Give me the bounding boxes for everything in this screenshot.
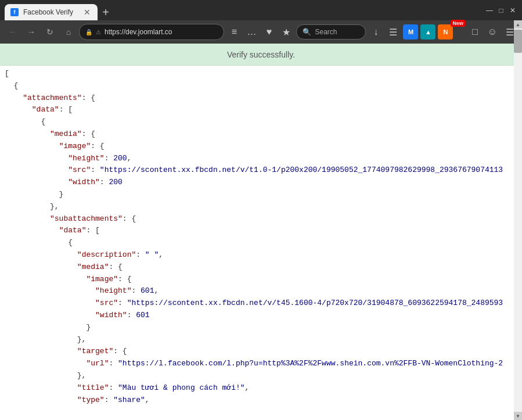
verify-message: Verify successfully. xyxy=(227,50,295,59)
new-badge: New xyxy=(451,20,465,27)
close-button[interactable]: ✕ xyxy=(508,6,517,15)
scroll-up-button[interactable]: ▲ xyxy=(514,20,522,28)
json-line: "width": 200 xyxy=(5,177,522,189)
tab-close-button[interactable]: ✕ xyxy=(82,8,92,17)
json-line: "type": "share", xyxy=(5,394,522,407)
json-line: "width": 601 xyxy=(5,310,522,322)
json-line: [ xyxy=(5,68,522,80)
extension-icon-teal[interactable]: ▲ xyxy=(420,24,435,40)
bookmark-icon[interactable]: ★ xyxy=(279,24,294,40)
json-line: "image": { xyxy=(5,274,522,286)
json-line: "data": [ xyxy=(5,104,522,116)
scrollbar[interactable]: ▲ ▼ xyxy=(514,20,522,420)
verify-banner: Verify successfully. xyxy=(0,44,522,66)
json-line: }, xyxy=(5,201,522,213)
download-icon[interactable]: ↓ xyxy=(368,24,383,40)
json-line: "description": " ", xyxy=(5,249,522,261)
minimize-button[interactable]: — xyxy=(485,6,494,15)
address-lock-icon: 🔒 xyxy=(85,29,92,35)
search-icon: 🔍 xyxy=(303,28,311,36)
new-tab-button[interactable]: + xyxy=(98,4,114,20)
tab-label: Facebook Verify xyxy=(23,8,73,16)
json-line: "media": { xyxy=(5,128,522,141)
json-line: "src": "https://scontent.xx.fbcdn.net/v/… xyxy=(5,297,522,310)
maximize-button[interactable]: □ xyxy=(496,6,506,15)
extension-icon-blue[interactable]: M xyxy=(403,24,418,40)
json-line: { xyxy=(5,80,522,92)
pocket-icon[interactable]: ♥ xyxy=(261,24,276,40)
search-box[interactable]: 🔍 Search xyxy=(296,24,366,40)
forward-button[interactable]: → xyxy=(23,24,39,40)
json-line: "image": { xyxy=(5,141,522,153)
address-bar[interactable]: 🔒 ⚠ https://dev.joomlart.co xyxy=(79,24,224,40)
browser-window: f Facebook Verify ✕ + — □ ✕ ← → ↻ ⌂ 🔒 ⚠ … xyxy=(0,0,522,420)
title-bar: f Facebook Verify ✕ + — □ ✕ xyxy=(0,0,522,20)
back-button[interactable]: ← xyxy=(5,24,21,40)
more-actions-icon[interactable]: … xyxy=(244,24,259,40)
nav-bar: ← → ↻ ⌂ 🔒 ⚠ https://dev.joomlart.co ≡ … … xyxy=(0,20,522,44)
json-line: } xyxy=(5,322,522,334)
extension-icon-orange[interactable]: N xyxy=(438,24,453,40)
json-line: "url": "https://l.facebook.com/l.php?u=h… xyxy=(5,358,522,370)
json-line: }, xyxy=(5,334,522,346)
home-button[interactable]: ⌂ xyxy=(60,24,77,40)
json-line: { xyxy=(5,116,522,128)
tab-favicon: f xyxy=(10,8,19,16)
tab-area: f Facebook Verify ✕ + xyxy=(5,0,480,20)
scroll-down-button[interactable]: ▼ xyxy=(514,412,522,420)
firefox-account-icon[interactable]: ☺ xyxy=(485,24,500,40)
address-shield-icon: ⚠ xyxy=(96,29,101,35)
json-content-area[interactable]: [ { "attachments": { "data": [ { "media"… xyxy=(0,66,522,411)
json-line: { xyxy=(5,237,522,249)
active-tab[interactable]: f Facebook Verify ✕ xyxy=(5,4,98,20)
toolbar-right: ≡ … ♥ ★ 🔍 Search ↓ ☰ M ▲ N New □ xyxy=(226,24,517,40)
synced-tabs-icon[interactable]: □ xyxy=(467,24,483,40)
refresh-button[interactable]: ↻ xyxy=(42,24,58,40)
window-controls: — □ ✕ xyxy=(485,6,517,15)
address-text: https://dev.joomlart.co xyxy=(105,28,218,36)
json-line: "title": "Màu tươi & phong cách mới!", xyxy=(5,382,522,394)
bookmarks-library-icon[interactable]: ☰ xyxy=(386,24,401,40)
json-line: } xyxy=(5,189,522,201)
json-line: "subattachments": { xyxy=(5,213,522,225)
scroll-thumb[interactable] xyxy=(514,30,522,53)
json-line: "data": [ xyxy=(5,225,522,237)
json-line: "height": 200, xyxy=(5,153,522,165)
json-line: "src": "https://scontent.xx.fbcdn.net/v/… xyxy=(5,164,522,177)
json-line: "target": { xyxy=(5,346,522,358)
json-line: }, xyxy=(5,370,522,382)
json-line: "media": { xyxy=(5,261,522,274)
json-line: "height": 601, xyxy=(5,285,522,297)
reader-mode-icon[interactable]: ≡ xyxy=(226,24,242,40)
json-line: "attachments": { xyxy=(5,92,522,105)
search-placeholder: Search xyxy=(315,28,337,36)
